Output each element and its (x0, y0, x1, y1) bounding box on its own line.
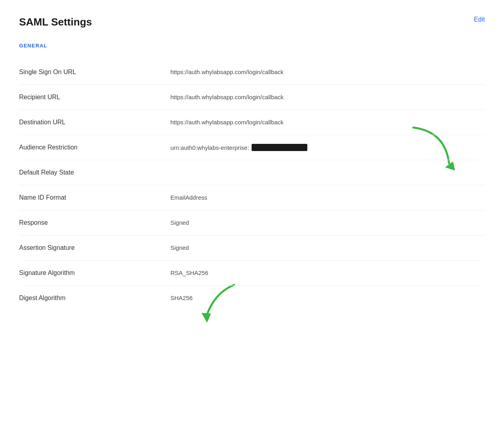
field-row-audience-restriction: Audience Restriction urn:auth0:whylabs-e… (19, 135, 485, 160)
field-row-name-id-format: Name ID Format EmailAddress (19, 185, 485, 210)
field-value-recipient-url: https://auth.whylabsapp.com/login/callba… (170, 94, 485, 100)
field-row-signature-algorithm: Signature Algorithm RSA_SHA256 (19, 261, 485, 286)
field-label-destination-url: Destination URL (19, 119, 170, 126)
field-row-assertion-signature: Assertion Signature Signed (19, 236, 485, 261)
field-row-default-relay-state: Default Relay State (19, 160, 485, 185)
redacted-bar (252, 144, 307, 151)
field-label-name-id-format: Name ID Format (19, 194, 170, 201)
field-label-audience-restriction: Audience Restriction (19, 144, 170, 151)
field-value-response: Signed (170, 219, 485, 226)
field-label-digest-algorithm: Digest Algorithm (19, 294, 170, 302)
field-label-response: Response (19, 219, 170, 226)
field-label-default-relay-state: Default Relay State (19, 169, 170, 176)
field-row-recipient-url: Recipient URL https://auth.whylabsapp.co… (19, 85, 485, 110)
page-title: SAML Settings (19, 16, 92, 28)
field-label-sso-url: Single Sign On URL (19, 69, 170, 76)
settings-table: Single Sign On URL https://auth.whylabsa… (19, 60, 485, 310)
field-row-response: Response Signed (19, 210, 485, 236)
field-value-digest-algorithm: SHA256 (170, 294, 485, 301)
edit-button[interactable]: Edit (474, 16, 485, 23)
field-label-signature-algorithm: Signature Algorithm (19, 269, 170, 277)
audience-restriction-text: urn:auth0:whylabs-enterprise: (170, 144, 249, 151)
field-value-assertion-signature: Signed (170, 244, 485, 251)
svg-marker-1 (201, 313, 211, 323)
section-general-label: GENERAL (19, 43, 485, 49)
field-row-digest-algorithm: Digest Algorithm SHA256 (19, 286, 485, 310)
field-row-destination-url: Destination URL https://auth.whylabsapp.… (19, 110, 485, 135)
field-value-destination-url: https://auth.whylabsapp.com/login/callba… (170, 119, 485, 126)
field-row-sso-url: Single Sign On URL https://auth.whylabsa… (19, 60, 485, 85)
field-value-audience-restriction: urn:auth0:whylabs-enterprise: (170, 144, 485, 151)
field-label-recipient-url: Recipient URL (19, 94, 170, 101)
field-value-name-id-format: EmailAddress (170, 194, 485, 201)
field-value-signature-algorithm: RSA_SHA256 (170, 269, 485, 276)
field-label-assertion-signature: Assertion Signature (19, 244, 170, 251)
field-value-sso-url: https://auth.whylabsapp.com/login/callba… (170, 69, 485, 75)
